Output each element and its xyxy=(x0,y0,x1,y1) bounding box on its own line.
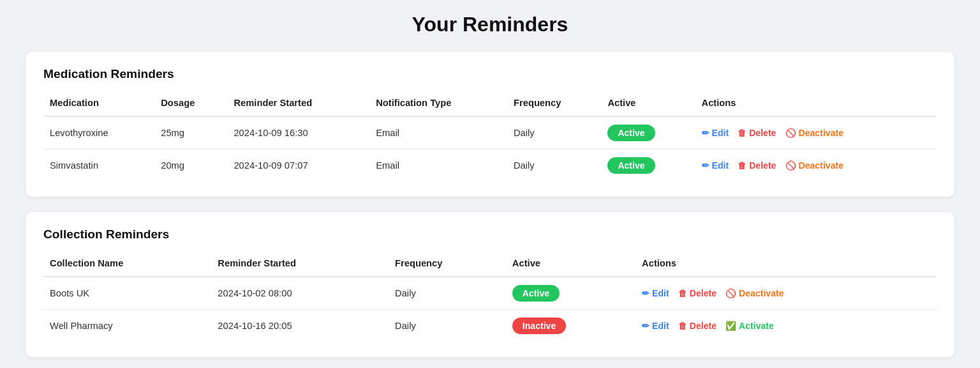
med-frequency: Daily xyxy=(507,150,601,182)
delete-button[interactable]: Delete xyxy=(678,288,716,298)
col-medication: Medication xyxy=(43,93,154,116)
med-notification-type: Email xyxy=(369,116,507,150)
edit-icon xyxy=(642,288,650,298)
med-notification-type: Email xyxy=(369,150,507,182)
medication-section-title: Medication Reminders xyxy=(43,67,937,81)
delete-button[interactable]: Delete xyxy=(738,160,776,171)
deactivate-icon xyxy=(785,128,796,138)
col-frequency: Daily xyxy=(389,310,506,342)
med-reminder-started: 2024-10-09 16:30 xyxy=(227,116,369,150)
medication-reminders-card: Medication Reminders Medication Dosage R… xyxy=(26,52,954,197)
col-reminder-started: Reminder Started xyxy=(227,93,369,116)
edit-button[interactable]: Edit xyxy=(642,288,669,298)
edit-icon xyxy=(642,321,650,331)
med-actions: Edit Delete Deactivate xyxy=(695,116,937,150)
delete-icon xyxy=(738,128,746,138)
med-reminder-started: 2024-10-09 07:07 xyxy=(227,150,369,182)
col-name: Well Pharmacy xyxy=(43,310,211,342)
page-title: Your Reminders xyxy=(26,13,954,36)
edit-icon xyxy=(702,160,709,171)
med-active-status: Active xyxy=(601,150,695,182)
active-badge: Active xyxy=(512,285,560,302)
col-reminder-started: 2024-10-02 08:00 xyxy=(211,277,389,310)
delete-icon xyxy=(678,288,687,298)
col-actions: Actions xyxy=(635,253,937,277)
col-active: Active xyxy=(506,253,635,277)
medication-table-row: Simvastatin 20mg 2024-10-09 07:07 Email … xyxy=(43,150,937,182)
med-active-status: Active xyxy=(601,116,695,150)
col-dosage: Dosage xyxy=(154,93,227,116)
medication-table-row: Levothyroxine 25mg 2024-10-09 16:30 Emai… xyxy=(43,116,937,150)
edit-button[interactable]: Edit xyxy=(702,128,729,138)
col-frequency: Frequency xyxy=(507,93,601,116)
col-notification-type: Notification Type xyxy=(369,93,507,116)
col-frequency: Daily xyxy=(389,277,506,310)
col-actions: Edit Delete Activate xyxy=(635,310,937,342)
activate-icon xyxy=(725,321,736,331)
med-frequency: Daily xyxy=(507,116,601,150)
med-actions: Edit Delete Deactivate xyxy=(695,150,937,182)
col-active: Active xyxy=(601,93,695,116)
edit-button[interactable]: Edit xyxy=(702,160,729,171)
col-frequency: Frequency xyxy=(389,253,506,277)
col-actions: Edit Delete Deactivate xyxy=(635,277,937,310)
edit-button[interactable]: Edit xyxy=(642,321,669,331)
med-dosage: 20mg xyxy=(154,150,227,182)
col-name: Boots UK xyxy=(43,277,211,310)
med-name: Levothyroxine xyxy=(43,116,154,150)
deactivate-button[interactable]: Deactivate xyxy=(725,288,783,298)
deactivate-button[interactable]: Deactivate xyxy=(785,128,843,138)
collection-table: Collection Name Reminder Started Frequen… xyxy=(43,253,937,342)
collection-section-title: Collection Reminders xyxy=(43,227,937,241)
col-actions: Actions xyxy=(695,93,937,116)
activate-button[interactable]: Activate xyxy=(725,321,774,331)
active-badge: Inactive xyxy=(512,318,566,334)
med-name: Simvastatin xyxy=(43,150,154,182)
col-active-status: Active xyxy=(506,277,635,310)
col-reminder-started: Reminder Started xyxy=(211,253,389,277)
collection-table-row: Boots UK 2024-10-02 08:00 Daily Active E… xyxy=(43,277,937,310)
delete-button[interactable]: Delete xyxy=(738,128,776,138)
col-reminder-started: 2024-10-16 20:05 xyxy=(211,310,389,342)
delete-button[interactable]: Delete xyxy=(678,321,716,331)
col-collection-name: Collection Name xyxy=(43,253,211,277)
deactivate-icon xyxy=(725,288,736,298)
delete-icon xyxy=(738,160,746,171)
active-badge: Active xyxy=(607,157,655,174)
deactivate-button[interactable]: Deactivate xyxy=(785,160,843,171)
delete-icon xyxy=(678,321,687,331)
collection-table-row: Well Pharmacy 2024-10-16 20:05 Daily Ina… xyxy=(43,310,937,342)
medication-table: Medication Dosage Reminder Started Notif… xyxy=(43,93,937,181)
collection-reminders-card: Collection Reminders Collection Name Rem… xyxy=(26,212,954,357)
deactivate-icon xyxy=(785,160,796,171)
col-active-status: Inactive xyxy=(506,310,635,342)
active-badge: Active xyxy=(607,125,655,141)
med-dosage: 25mg xyxy=(154,116,227,150)
edit-icon xyxy=(702,128,709,138)
